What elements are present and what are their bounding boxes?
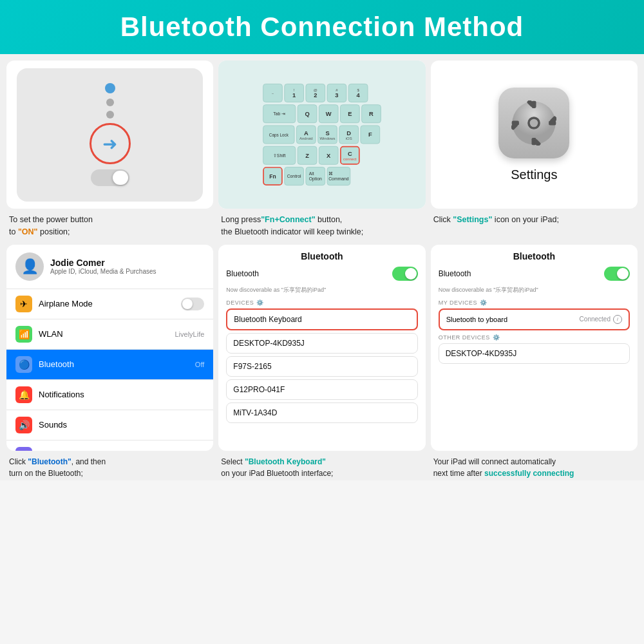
settings-icon-wrap — [498, 88, 569, 158]
bluetooth-connected-cell: Bluetooth Bluetooth Now discoverable as … — [431, 245, 638, 451]
bt-device-4[interactable]: MiTV-1A34D — [226, 402, 417, 423]
menu-sounds[interactable]: 🔊 Sounds — [6, 410, 213, 440]
avatar: 👤 — [15, 252, 44, 281]
focus-icon: 🌙 — [15, 447, 32, 451]
bt-keyboard-device[interactable]: Bluetooth Keyboard — [226, 308, 417, 330]
focus-label: Focus — [39, 450, 204, 451]
step4-desc: Click "Bluetooth", and then turn on the … — [6, 455, 213, 480]
step2-desc: Long press"Fn+Connect" button, the Bluet… — [218, 213, 425, 240]
wifi-icon: 📶 — [15, 326, 32, 343]
bluetooth-status: Off — [195, 361, 204, 368]
kb-r: R — [361, 104, 381, 123]
bluetooth-panel: Bluetooth Bluetooth Now discoverable as … — [218, 245, 425, 432]
bt-label: Bluetooth — [226, 269, 259, 278]
info-circle-icon[interactable]: i — [613, 315, 622, 324]
bottom-image-row: 👤 Jodie Comer Apple ID, iCloud, Media & … — [6, 245, 638, 451]
profile-sub: Apple ID, iCloud, Media & Purchases — [50, 268, 156, 275]
kb-c-connect: Cconnect — [340, 146, 360, 165]
top-image-row: ➜ ~ !1 @2 #3 $4 — [6, 61, 638, 209]
profile-info: Jodie Comer Apple ID, iCloud, Media & Pu… — [50, 258, 156, 275]
bluetooth-devices-cell: Bluetooth Bluetooth Now discoverable as … — [218, 245, 425, 451]
kb-row-3: Caps Lock AAndroid SWindows DiOS F — [263, 126, 381, 144]
bluetooth-connected-panel: Bluetooth Bluetooth Now discoverable as … — [431, 245, 638, 373]
menu-notifications[interactable]: 🔔 Notifications — [6, 380, 213, 410]
power-arrow-icon: ➜ — [102, 133, 117, 155]
power-slider-track[interactable] — [91, 169, 129, 186]
gear-icon — [511, 100, 556, 146]
page-title: Bluetooth Connection Method — [6, 12, 638, 43]
keyboard-cell: ~ !1 @2 #3 $4 Tab ⇥ Q W E R — [218, 61, 425, 209]
kb-x: X — [319, 146, 339, 165]
bt-my-devices-header: MY DEVICES ⚙️ — [439, 299, 630, 306]
airplane-mode-toggle[interactable] — [181, 298, 204, 310]
bt-device-1[interactable]: DESKTOP-4KD935J — [226, 333, 417, 354]
kb-fn: Fn — [263, 167, 283, 185]
bluetooth-label: Bluetooth — [39, 359, 189, 369]
kb-alt: AltOption — [305, 167, 325, 185]
kb-4: $4 — [348, 84, 368, 102]
notifications-icon: 🔔 — [15, 386, 32, 403]
settings-cell: Settings — [431, 61, 638, 209]
bt-connected-title: Bluetooth — [439, 251, 630, 261]
keyboard-rows: ~ !1 @2 #3 $4 Tab ⇥ Q W E R — [263, 84, 381, 185]
bt-devices-header: DEVICES ⚙️ — [226, 299, 417, 306]
kb-2: @2 — [305, 84, 325, 102]
kb-row-1: ~ !1 @2 #3 $4 — [263, 84, 381, 102]
bt-connected-toggle[interactable] — [604, 267, 630, 281]
power-dot-gray-2 — [106, 111, 114, 118]
desc-row-1: To set the power button to "ON" position… — [6, 213, 638, 240]
profile-name: Jodie Comer — [50, 258, 156, 268]
kb-command: ⌘Command — [327, 167, 350, 185]
power-circle-outline: ➜ — [90, 123, 131, 164]
kb-row-2: Tab ⇥ Q W E R — [263, 104, 381, 123]
kb-tilde: ~ — [263, 84, 283, 102]
power-slider-area: ➜ — [90, 123, 131, 164]
bt-device-3[interactable]: G12PRO-041F — [226, 379, 417, 400]
ios-profile: 👤 Jodie Comer Apple ID, iCloud, Media & … — [6, 245, 213, 289]
bt-discoverable: Now discoverable as "乐享贸易的iPad" — [226, 286, 417, 294]
bt-device-2[interactable]: F97S-2165 — [226, 356, 417, 377]
kb-z: Z — [298, 146, 317, 165]
kb-control: Control — [284, 167, 304, 185]
connected-badge: Connected i — [580, 315, 622, 324]
menu-airplane-mode[interactable]: ✈ Airplane Mode — [6, 289, 213, 319]
sounds-label: Sounds — [39, 420, 204, 430]
step5-desc: Select "Bluetooth Keyboard" on your iPad… — [218, 455, 425, 480]
ios-settings-panel: 👤 Jodie Comer Apple ID, iCloud, Media & … — [6, 245, 213, 451]
power-device-illustration: ➜ — [17, 68, 203, 202]
kb-w: W — [319, 104, 339, 123]
bottom-desc-row: Click "Bluetooth", and then turn on the … — [6, 455, 638, 480]
kb-e: E — [340, 104, 360, 123]
kb-shift: ⇧Shift — [263, 146, 296, 165]
power-button-cell: ➜ — [6, 61, 213, 209]
kb-tab: Tab ⇥ — [263, 104, 296, 123]
step1-desc: To set the power button to "ON" position… — [6, 213, 213, 240]
page-header: Bluetooth Connection Method — [0, 0, 644, 54]
menu-wlan[interactable]: 📶 WLAN LivelyLife — [6, 319, 213, 350]
kb-q: Q — [298, 104, 317, 123]
kb-f: F — [360, 126, 380, 144]
menu-bluetooth[interactable]: 🔵 Bluetooth Off — [6, 350, 213, 380]
bt-other-devices-header: OTHER DEVICES ⚙️ — [439, 334, 630, 341]
kb-row-5: Fn Control AltOption ⌘Command — [263, 167, 381, 185]
bt-connected-label: Bluetooth — [439, 269, 471, 278]
ios-settings-cell: 👤 Jodie Comer Apple ID, iCloud, Media & … — [6, 245, 213, 451]
kb-3: #3 — [327, 84, 347, 102]
power-dot-blue — [105, 83, 115, 93]
settings-label: Settings — [511, 167, 557, 182]
bluetooth-icon: 🔵 — [15, 356, 32, 373]
kb-1: !1 — [284, 84, 304, 102]
power-dot-gray-1 — [106, 99, 114, 106]
airplane-mode-icon: ✈ — [15, 296, 32, 312]
bt-connected-discoverable: Now discoverable as "乐享贸易的iPad" — [439, 286, 630, 294]
bt-connected-toggle-row: Bluetooth — [439, 267, 630, 281]
bt-toggle-row: Bluetooth — [226, 267, 417, 281]
bt-panel-title: Bluetooth — [226, 251, 417, 261]
sounds-icon: 🔊 — [15, 417, 32, 433]
bt-connected-device[interactable]: Sluetooth to yboard Connected i — [439, 308, 630, 330]
menu-focus[interactable]: 🌙 Focus — [6, 440, 213, 451]
bt-toggle-on[interactable] — [392, 267, 418, 281]
kb-capslock: Caps Lock — [263, 126, 294, 144]
bt-other-device-1[interactable]: DESKTOP-4KD935J — [439, 343, 630, 364]
step6-desc: Your iPad will connect automatically nex… — [431, 455, 638, 480]
